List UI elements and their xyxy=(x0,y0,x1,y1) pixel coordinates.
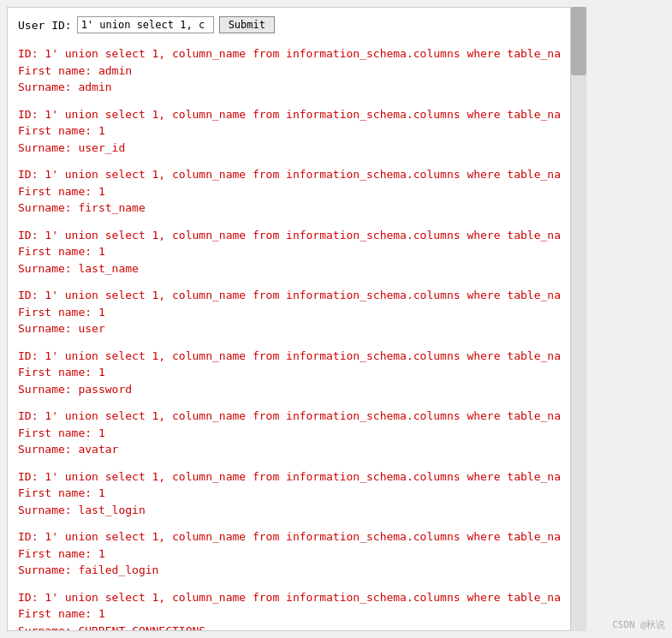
result-id-line: ID: 1' union select 1, column_name from … xyxy=(18,348,560,365)
result-firstname: First name: 1 xyxy=(18,546,560,563)
result-block: ID: 1' union select 1, column_name from … xyxy=(18,166,560,217)
result-id-line: ID: 1' union select 1, column_name from … xyxy=(18,227,560,244)
main-container: User ID: Submit ID: 1' union select 1, c… xyxy=(0,0,672,638)
result-firstname: First name: 1 xyxy=(18,425,560,442)
result-block: ID: 1' union select 1, column_name from … xyxy=(18,45,560,96)
result-surname: Surname: last_name xyxy=(18,260,560,277)
result-surname: Surname: last_login xyxy=(18,502,560,519)
scrollbar[interactable] xyxy=(571,7,586,631)
result-block: ID: 1' union select 1, column_name from … xyxy=(18,227,560,277)
result-surname: Surname: password xyxy=(18,381,560,398)
result-surname: Surname: user xyxy=(18,320,560,337)
result-id-line: ID: 1' union select 1, column_name from … xyxy=(18,408,560,425)
result-surname: Surname: admin xyxy=(18,79,560,96)
result-firstname: First name: 1 xyxy=(18,243,560,260)
userid-label: User ID: xyxy=(18,19,72,32)
submit-button[interactable]: Submit xyxy=(219,16,275,33)
result-firstname: First name: 1 xyxy=(18,122,560,140)
result-block: ID: 1' union select 1, column_name from … xyxy=(18,106,560,157)
form-row: User ID: Submit xyxy=(18,16,560,33)
watermark: CSDN @秋说 xyxy=(612,618,665,631)
result-block: ID: 1' union select 1, column_name from … xyxy=(18,348,560,398)
scrollbar-thumb[interactable] xyxy=(571,7,586,75)
results-container: ID: 1' union select 1, column_name from … xyxy=(18,45,560,631)
result-surname: Surname: user_id xyxy=(18,140,560,157)
result-firstname: First name: 1 xyxy=(18,304,560,321)
result-block: ID: 1' union select 1, column_name from … xyxy=(18,528,560,579)
result-id-line: ID: 1' union select 1, column_name from … xyxy=(18,166,560,183)
result-id-line: ID: 1' union select 1, column_name from … xyxy=(18,287,560,304)
result-surname: Surname: first_name xyxy=(18,200,560,217)
result-block: ID: 1' union select 1, column_name from … xyxy=(18,468,560,519)
result-surname: Surname: CURRENT_CONNECTIONS xyxy=(18,623,560,632)
result-id-line: ID: 1' union select 1, column_name from … xyxy=(18,106,560,123)
result-surname: Surname: avatar xyxy=(18,441,560,458)
result-id-line: ID: 1' union select 1, column_name from … xyxy=(18,45,560,63)
result-firstname: First name: 1 xyxy=(18,183,560,200)
content-area: User ID: Submit ID: 1' union select 1, c… xyxy=(0,0,672,638)
result-surname: Surname: failed_login xyxy=(18,562,560,579)
page-panel: User ID: Submit ID: 1' union select 1, c… xyxy=(7,7,571,631)
result-id-line: ID: 1' union select 1, column_name from … xyxy=(18,468,560,486)
result-firstname: First name: admin xyxy=(18,63,560,80)
result-firstname: First name: 1 xyxy=(18,364,560,381)
result-block: ID: 1' union select 1, column_name from … xyxy=(18,408,560,458)
result-block: ID: 1' union select 1, column_name from … xyxy=(18,589,560,632)
result-id-line: ID: 1' union select 1, column_name from … xyxy=(18,589,560,606)
right-panel: CSDN @秋说 xyxy=(586,0,672,638)
userid-input[interactable] xyxy=(77,16,214,33)
result-id-line: ID: 1' union select 1, column_name from … xyxy=(18,528,560,546)
result-firstname: First name: 1 xyxy=(18,605,560,623)
result-firstname: First name: 1 xyxy=(18,485,560,502)
result-block: ID: 1' union select 1, column_name from … xyxy=(18,287,560,337)
